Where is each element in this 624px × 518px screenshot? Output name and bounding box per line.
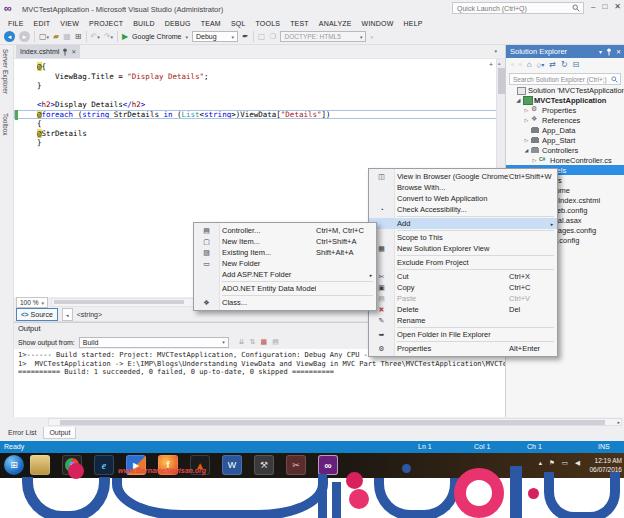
menu-window[interactable]: WINDOW [357,20,399,27]
expander-icon[interactable]: ▷ [522,107,531,113]
code-line-current[interactable]: @foreach (string StrDetails in (List<str… [14,110,505,120]
menu-item-check-accessibility[interactable]: ◔Check Accessibility... [369,204,557,215]
pin-icon[interactable] [62,48,68,56]
pin-icon[interactable] [606,48,612,56]
menu-item-browse-with[interactable]: Browse With... [369,182,557,193]
menu-view[interactable]: VIEW [55,20,84,27]
menu-debug[interactable]: DEBUG [160,20,196,27]
window-position-dropdown-icon[interactable]: ▾ [599,48,602,55]
firefox-icon[interactable]: f [158,455,178,475]
go-to-message-icon[interactable]: ⇅ [250,338,256,346]
code-line[interactable]: <h2>Display Details</h2> [14,100,505,110]
tree-item-app-data[interactable]: App_Data [506,125,624,135]
tree-item-project[interactable]: ◢MVCTestApplication [506,95,624,105]
menu-sql[interactable]: SQL [226,20,251,27]
breadcrumb[interactable]: <string> [77,311,102,318]
scope-icon[interactable]: ◇▾ [537,60,545,70]
menu-edit[interactable]: EDIT [29,20,56,27]
source-view-button[interactable]: <> Source [16,308,58,321]
menu-item-convert-to-web-application[interactable]: Convert to Web Application [369,193,557,204]
menu-item-delete[interactable]: ✕DeleteDel [369,304,557,315]
save-all-icon[interactable]: ⊞ [75,32,82,42]
sync-with-active-document-icon[interactable]: ⇄ [549,60,556,70]
menu-item-existing-item[interactable]: ▨Existing Item...Shift+Alt+A [194,247,376,258]
menu-item-add[interactable]: Add▸ [369,218,557,229]
menu-item-copy[interactable]: ▣CopyCtrl+C [369,282,557,293]
refresh-icon[interactable]: ↻ [561,60,568,70]
menu-item-controller[interactable]: ▤Controller...Ctrl+M, Ctrl+C [194,225,376,236]
menu-build[interactable]: BUILD [128,20,160,27]
maximize-button[interactable]: □ [602,2,607,11]
taskbar-clock[interactable]: 12:19 AM 06/07/2016 [589,456,622,474]
code-line[interactable]: } [14,81,505,91]
menu-item-add-aspnet-folder[interactable]: Add ASP.NET Folder▸ [194,269,376,280]
output-source-dropdown[interactable]: Build ▾ [79,337,229,348]
internet-explorer-icon[interactable]: e [94,455,114,475]
word-icon[interactable]: W [222,455,242,475]
menu-item-new-folder[interactable]: ▭New Folder [194,258,376,269]
menu-project[interactable]: PROJECT [84,20,128,27]
tree-item-references[interactable]: ▷References [506,115,624,125]
menu-item-cut[interactable]: ✂CutCtrl+X [369,271,557,282]
media-player-icon[interactable]: ▶ [126,455,146,475]
toolbar-overflow-icon[interactable]: ▾ [370,32,373,42]
tab-overflow-dropdown-icon[interactable]: ▾ [494,48,497,54]
menu-item-view-in-browser[interactable]: ◫View in Browser (Google Chrome)Ctrl+Shi… [369,171,557,182]
code-line[interactable]: ViewBag.Title = "Display Details"; [14,72,505,82]
close-button[interactable]: ✕ [614,2,621,11]
tab-output[interactable]: Output [43,427,76,439]
code-line[interactable]: @{ [14,62,505,72]
tab-index-cshtml[interactable]: Index.cshtml ✕ [16,45,80,58]
menu-item-exclude-from-project[interactable]: Exclude From Project [369,257,557,268]
menu-item-class[interactable]: ❖Class... [194,297,376,308]
clear-all-icon[interactable]: ▩ [261,338,268,346]
menu-item-new-solution-explorer-view[interactable]: ▦New Solution Explorer View [369,243,557,254]
output-text-area[interactable]: 1>------ Build started: Project: MVCTest… [14,349,505,418]
tray-show-hidden-icon[interactable]: ▴ [539,459,542,467]
home-icon[interactable]: ⌂ [527,60,532,70]
visual-studio-taskbar-icon[interactable]: ∞ [318,455,338,475]
tree-item-solution[interactable]: Solution 'MVCTestApplication' (1 project… [506,85,624,95]
run-target-label[interactable]: Google Chrome [132,33,181,40]
bottom-horizontal-scrollbar[interactable]: ◂ ▸ [0,417,624,427]
expander-icon[interactable]: ◢ [522,147,531,153]
menu-item-open-folder-in-file-explorer[interactable]: ➥Open Folder in File Explorer [369,329,557,340]
toolbox-tab[interactable]: Toolbox [2,113,9,135]
toggle-word-wrap-icon[interactable]: ▤ [272,338,279,346]
attach-process-icon[interactable]: ✒ [242,32,249,42]
snipping-tool-icon[interactable]: ✂ [286,455,306,475]
menu-item-rename[interactable]: ✎Rename [369,315,557,326]
breadcrumb-back-icon[interactable]: ◂ [62,308,73,321]
code-line[interactable]: @StrDetails [14,129,505,139]
tray-network-icon[interactable]: ▭ [562,459,568,467]
scrollbar-thumb[interactable] [60,420,605,425]
back-icon[interactable]: ◦ [511,60,514,70]
menu-item-properties[interactable]: ⚙PropertiesAlt+Enter [369,343,557,354]
expander-icon[interactable]: ◢ [514,97,523,103]
tree-item-homecontroller[interactable]: ▷HomeController.cs [506,155,624,165]
menu-item-ado-net-entity-data-model[interactable]: ADO.NET Entity Data Model [194,283,376,294]
minimize-button[interactable]: – [591,2,595,11]
collapse-all-icon[interactable]: ⊟ [573,60,580,70]
zoom-level-dropdown[interactable]: 100 % ▾ [16,297,48,308]
tray-speaker-icon[interactable]: ◀ [575,459,580,467]
run-target-dropdown-icon[interactable]: ▾ [186,34,189,40]
start-button[interactable]: ⊞ [4,455,24,475]
vlc-icon[interactable]: ▲ [190,455,210,475]
scrollbar-thumb[interactable] [498,68,505,94]
new-file-icon[interactable]: ▢▾ [39,32,49,42]
tray-flag-icon[interactable]: ⚑ [549,459,555,467]
tab-close-icon[interactable]: ✕ [71,48,76,55]
outline-expand-icon[interactable]: + [489,61,493,68]
scrollbar-thumb[interactable] [54,300,184,304]
menu-test[interactable]: TEST [285,20,314,27]
solution-explorer-search-input[interactable]: Search Solution Explorer (Ctrl+;) [509,73,621,85]
code-line[interactable]: { [14,119,505,129]
menu-tools[interactable]: TOOLS [251,20,286,27]
code-line[interactable]: } [14,138,505,148]
close-panel-icon[interactable]: ✕ [616,48,621,55]
undo-icon[interactable]: ↶▾ [91,32,100,42]
find-message-icon[interactable]: ⇊ [239,338,245,346]
system-tools-icon[interactable]: ⚒ [254,455,274,475]
solution-explorer-header[interactable]: Solution Explorer ▾ ✕ [506,45,624,58]
